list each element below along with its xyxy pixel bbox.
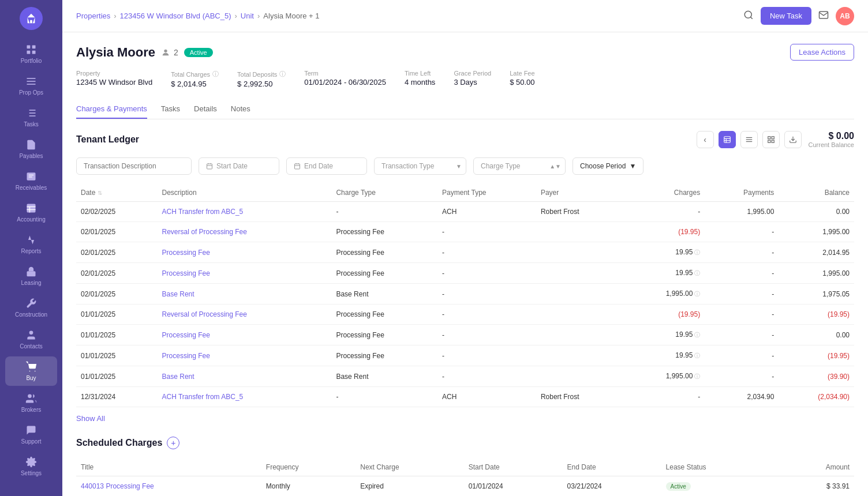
sidebar-payables-label: Payables (19, 153, 43, 159)
sidebar-item-brokers[interactable]: Brokers (5, 388, 57, 418)
cell-description: Base Rent (158, 366, 332, 387)
cell-description: Processing Fee (158, 242, 332, 263)
sidebar-item-buy[interactable]: Buy (5, 356, 57, 386)
view-prev-btn[interactable]: ‹ (697, 131, 714, 148)
cell-charge-type: Processing Fee (331, 305, 437, 325)
add-scheduled-charge-button[interactable]: + (167, 437, 179, 449)
property-label: Property (76, 70, 152, 77)
charge-info-icon: ⓘ (693, 332, 700, 338)
svg-rect-45 (295, 164, 300, 169)
description-link[interactable]: Processing Fee (162, 249, 210, 257)
breadcrumb-sep-2: › (235, 12, 237, 20)
late-fee-value: $ 50.00 (510, 78, 534, 87)
svg-rect-29 (724, 137, 730, 143)
balance-label: Current Balance (809, 141, 855, 148)
sidebar-item-portfolio[interactable]: Portfolio (5, 39, 57, 69)
cell-date: 02/01/2025 (76, 263, 158, 284)
start-date-filter[interactable]: Start Date (199, 157, 279, 175)
cell-balance: 2,014.95 (779, 242, 854, 263)
svg-rect-36 (768, 137, 770, 139)
late-fee-label: Late Fee (510, 70, 534, 77)
table-row: 02/01/2025 Processing Fee Processing Fee… (76, 242, 854, 263)
sidebar-support-label: Support (21, 438, 41, 445)
user-avatar[interactable]: AB (836, 7, 854, 25)
description-link[interactable]: Reversal of Processing Fee (162, 228, 247, 236)
tenant-header: Alysia Moore 2 Active Lease Actions (76, 44, 854, 61)
view-grid-btn[interactable] (762, 131, 780, 148)
download-btn[interactable] (784, 131, 802, 148)
cell-payer (536, 366, 624, 387)
description-link[interactable]: Base Rent (162, 290, 194, 298)
description-link[interactable]: Processing Fee (162, 352, 210, 360)
date-sort-icon[interactable]: ⇅ (98, 190, 102, 196)
tab-details[interactable]: Details (194, 100, 217, 119)
search-button[interactable] (743, 10, 754, 22)
cell-balance: 0.00 (779, 325, 854, 345)
cell-charge-type: Processing Fee (331, 222, 437, 242)
charge-type-filter[interactable]: Charge Type (473, 157, 566, 175)
sidebar-item-reports[interactable]: Reports (5, 230, 57, 259)
lease-actions-button[interactable]: Lease Actions (790, 44, 854, 61)
term-value: 01/01/2024 - 06/30/2025 (304, 78, 386, 87)
description-link[interactable]: ACH Transfer from ABC_5 (162, 393, 244, 401)
table-row: 02/01/2025 Processing Fee Processing Fee… (76, 263, 854, 284)
sidebar-item-construction[interactable]: Construction (5, 293, 57, 322)
cell-payments: 2,034.90 (705, 387, 779, 407)
sidebar-item-tasks[interactable]: Tasks (5, 103, 57, 132)
total-deposits-value: $ 2,992.50 (237, 80, 286, 88)
tab-tasks[interactable]: Tasks (161, 100, 180, 119)
sc-col-amount: Amount (773, 459, 854, 476)
breadcrumb-unit[interactable]: Unit (241, 12, 254, 20)
sc-cell-frequency: Monthly (261, 476, 356, 497)
view-list-btn[interactable] (740, 131, 758, 148)
cell-payer (536, 345, 624, 366)
svg-rect-3 (32, 51, 36, 54)
sidebar: Portfolio Prop Ops Tasks Payables Receiv… (0, 0, 62, 496)
cell-payer (536, 263, 624, 284)
sidebar-item-accounting[interactable]: Accounting (5, 198, 57, 227)
info-grace-period: Grace Period 3 Days (454, 70, 491, 88)
info-term: Term 01/01/2024 - 06/30/2025 (304, 70, 386, 88)
cell-payments: - (705, 305, 779, 325)
description-link[interactable]: Processing Fee (162, 269, 210, 277)
description-link[interactable]: ACH Transfer from ABC_5 (162, 208, 244, 216)
sidebar-item-leasing[interactable]: Leasing (5, 261, 57, 291)
cell-date: 12/31/2024 (76, 387, 158, 407)
description-filter[interactable] (76, 157, 192, 175)
balance-value: $ 0.00 (829, 131, 854, 141)
app-logo[interactable] (20, 7, 43, 30)
time-left-value: 4 months (405, 78, 435, 87)
svg-rect-0 (27, 46, 31, 49)
ledger-table: Date ⇅ Description Charge Type Payment T… (76, 184, 854, 407)
sc-title-link[interactable]: 440013 Processing Fee (81, 482, 154, 490)
sidebar-item-support[interactable]: Support (5, 420, 57, 449)
breadcrumb-property[interactable]: 123456 W Windsor Blvd (ABC_5) (120, 12, 231, 20)
total-charges-label: Total Charges ⓘ (171, 70, 219, 78)
info-icon-charges: ⓘ (212, 70, 219, 78)
end-date-filter[interactable]: End Date (286, 157, 367, 175)
sidebar-contacts-label: Contacts (20, 343, 42, 350)
description-link[interactable]: Base Rent (162, 373, 194, 381)
new-task-button[interactable]: New Task (761, 7, 811, 25)
cell-payment-type: - (437, 242, 536, 263)
period-filter[interactable]: Choose Period ▼ (573, 157, 643, 175)
tab-notes[interactable]: Notes (231, 100, 250, 119)
svg-point-22 (29, 371, 31, 372)
view-table-btn[interactable] (719, 131, 736, 148)
cell-charge-type: Processing Fee (331, 242, 437, 263)
sidebar-item-contacts[interactable]: Contacts (5, 325, 57, 354)
cell-balance: (19.95) (779, 345, 854, 366)
sidebar-item-payables[interactable]: Payables (5, 134, 57, 164)
sidebar-item-settings[interactable]: Settings (5, 452, 57, 481)
tab-charges-payments[interactable]: Charges & Payments (76, 100, 147, 119)
description-link[interactable]: Processing Fee (162, 331, 210, 339)
transaction-type-filter[interactable]: Transaction Type (374, 157, 466, 175)
sidebar-item-prop-ops[interactable]: Prop Ops (5, 71, 57, 100)
time-left-label: Time Left (405, 70, 435, 77)
mail-button[interactable] (818, 10, 829, 22)
svg-rect-37 (772, 137, 774, 139)
show-all-link[interactable]: Show All (76, 414, 105, 423)
sidebar-item-receivables[interactable]: Receivables (5, 166, 57, 196)
breadcrumb-properties[interactable]: Properties (76, 12, 110, 20)
description-link[interactable]: Reversal of Processing Fee (162, 310, 247, 318)
